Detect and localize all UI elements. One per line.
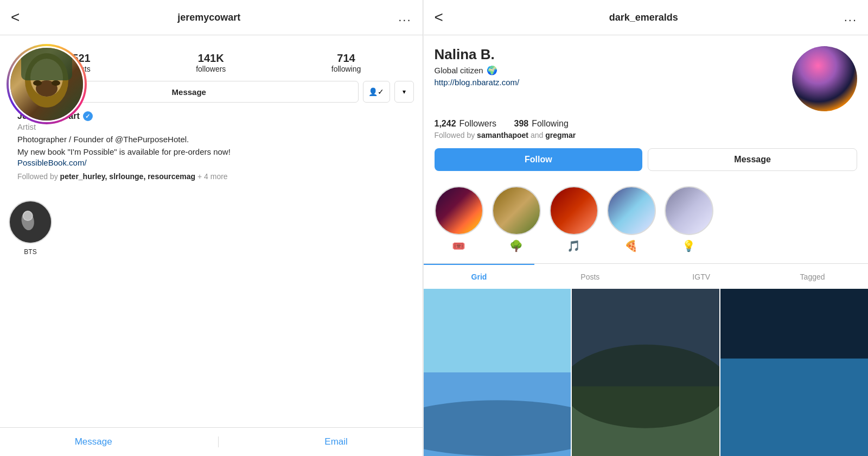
right-profile-link[interactable]: http://blog.nbaratz.com/ (435, 78, 781, 87)
avatar-art (10, 48, 83, 121)
bottom-divider (218, 436, 219, 447)
svg-rect-17 (720, 358, 868, 456)
story-emoji-1: 🎟️ (452, 239, 465, 252)
left-header: < jeremycowart ... (0, 0, 423, 35)
message-button-right[interactable]: Message (648, 148, 857, 171)
left-username: jeremycowart (177, 12, 240, 23)
highlight-circle-bts (9, 200, 52, 244)
avatar[interactable] (10, 48, 83, 121)
grid-cell-2[interactable] (572, 289, 719, 456)
left-profile-title: Artist (17, 122, 405, 131)
followers-label: followers (196, 65, 226, 73)
story-item-5[interactable]: 💡 (665, 186, 713, 252)
tab-tagged[interactable]: Tagged (757, 264, 868, 289)
highlight-bts[interactable]: BTS (9, 200, 52, 256)
left-profile-section: 521 posts 141K followers 714 following M… (0, 35, 423, 189)
left-bottom-actions: Message Email (0, 427, 423, 456)
left-profile-info: Jeremy Cowart ✓ Artist Photographer / Fo… (9, 111, 414, 181)
grid-cell-1[interactable] (424, 289, 571, 456)
right-profile-info: Nalina B. Global citizen 🌍 http://blog.n… (435, 46, 781, 87)
grid-image-3 (720, 289, 868, 456)
followers-count: 141K (198, 52, 224, 65)
following-stat[interactable]: 714 following (331, 52, 361, 73)
right-more-button[interactable]: ... (844, 10, 857, 24)
right-following-count[interactable]: 398 (514, 119, 528, 129)
highlight-bts-art (10, 200, 51, 244)
checkmark-icon: ✓ (378, 87, 384, 96)
left-profile-name: Jeremy Cowart ✓ (17, 111, 405, 121)
verified-badge: ✓ (83, 111, 93, 121)
right-back-button[interactable]: < (435, 9, 443, 26)
left-profile-top: 521 posts 141K followers 714 following M… (9, 46, 414, 103)
right-followers-count[interactable]: 1,242 (435, 119, 456, 129)
left-profile-bio: Photographer / Founder of @ThePurposeHot… (17, 134, 405, 158)
right-action-buttons: Follow Message (435, 148, 857, 171)
right-profile-bio: Global citizen 🌍 (435, 65, 781, 75)
story-item-3[interactable]: 🎵 (550, 186, 598, 252)
svg-rect-18 (720, 289, 868, 358)
tab-posts[interactable]: Posts (534, 264, 646, 289)
following-count: 714 (337, 52, 355, 65)
right-username: dark_emeralds (609, 12, 678, 23)
svg-point-5 (52, 80, 60, 86)
story-emoji-5: 💡 (682, 239, 695, 252)
story-circle-4 (607, 186, 656, 235)
follow-button[interactable]: Follow (435, 148, 643, 171)
story-circle-5 (665, 186, 713, 235)
right-profile-panel: < dark_emeralds ... Nalina B. Global cit… (424, 0, 868, 456)
followers-stat[interactable]: 141K followers (196, 52, 226, 73)
svg-point-12 (424, 400, 571, 456)
left-followed-by: Followed by peter_hurley, slrlounge, res… (17, 172, 405, 181)
svg-point-9 (24, 212, 32, 220)
left-profile-link[interactable]: PossibleBook.com/ (17, 158, 87, 167)
right-header: < dark_emeralds ... (424, 0, 868, 35)
story-emoji-4: 🍕 (624, 239, 638, 252)
story-item-4[interactable]: 🍕 (607, 186, 656, 252)
dropdown-button[interactable]: ▾ (394, 81, 414, 103)
left-more-button[interactable]: ... (398, 10, 411, 24)
right-profile-section: Nalina B. Global citizen 🌍 http://blog.n… (424, 35, 868, 180)
following-check-button[interactable]: 👤 ✓ (363, 81, 390, 103)
story-item-2[interactable]: 🌳 (492, 186, 541, 252)
right-tabs: Grid Posts IGTV Tagged (424, 263, 868, 289)
grid-image-2 (572, 289, 719, 456)
chevron-down-icon: ▾ (403, 88, 406, 96)
svg-rect-3 (21, 48, 72, 80)
globe-emoji: 🌍 (487, 65, 497, 75)
following-label: following (331, 65, 361, 73)
right-avatar[interactable] (792, 46, 857, 111)
grid-image-1 (424, 289, 571, 456)
story-circle-3 (550, 186, 598, 235)
right-avatar-art (792, 46, 857, 111)
stats-separator (504, 119, 506, 129)
person-icon: 👤 (368, 87, 378, 96)
bottom-message-button[interactable]: Message (75, 436, 112, 447)
right-following-label: Following (532, 119, 569, 129)
story-circle-2 (492, 186, 541, 235)
highlight-label-bts: BTS (24, 248, 36, 256)
right-stats-row: 1,242 Followers 398 Following (435, 119, 857, 129)
right-story-highlights: 🎟️ 🌳 🎵 🍕 💡 (424, 180, 868, 259)
story-circle-1 (435, 186, 483, 235)
left-highlights: BTS (0, 189, 423, 261)
grid-cell-3[interactable] (720, 289, 868, 456)
story-item-1[interactable]: 🎟️ (435, 186, 483, 252)
svg-point-4 (33, 80, 42, 86)
right-profile-top: Nalina B. Global citizen 🌍 http://blog.n… (435, 46, 857, 111)
right-followers-label: Followers (459, 119, 496, 129)
left-back-button[interactable]: < (11, 9, 20, 26)
right-grid-preview (424, 289, 868, 456)
story-emoji-2: 🌳 (509, 239, 523, 252)
right-followed-by: Followed by samanthapoet and gregmar (435, 131, 857, 140)
right-profile-name: Nalina B. (435, 46, 781, 63)
bottom-email-button[interactable]: Email (324, 436, 348, 447)
story-emoji-3: 🎵 (567, 239, 580, 252)
tab-grid[interactable]: Grid (424, 264, 535, 289)
tab-igtv[interactable]: IGTV (646, 264, 757, 289)
svg-point-15 (572, 345, 719, 428)
left-profile-panel: < jeremycowart ... (0, 0, 423, 456)
